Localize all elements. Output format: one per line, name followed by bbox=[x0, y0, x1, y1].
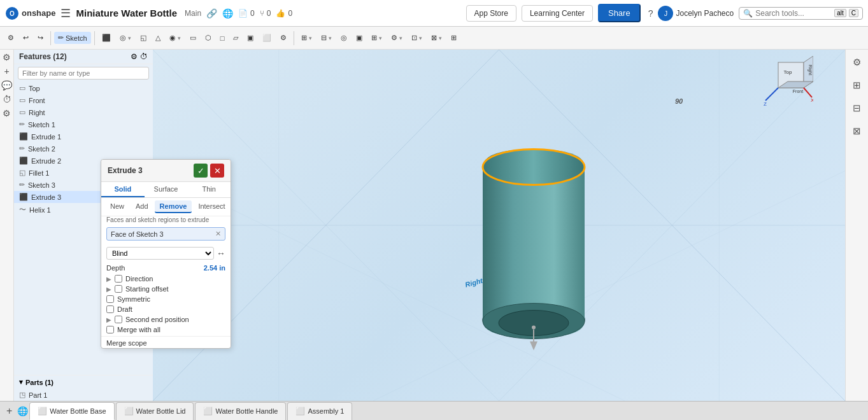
user-dropdown[interactable]: J Jocelyn Pacheco bbox=[658, 6, 734, 21]
viewport[interactable]: Right 90 bbox=[153, 50, 845, 401]
second-end-row[interactable]: ▶ Second end position bbox=[101, 314, 231, 325]
tb-view-8[interactable]: ⊠ ▾ bbox=[427, 32, 446, 44]
hamburger-menu[interactable]: ☰ bbox=[60, 6, 71, 20]
rt-icon-3[interactable]: ⊟ bbox=[848, 99, 866, 117]
feature-item-right[interactable]: ▭ Right bbox=[14, 106, 153, 118]
undo-button[interactable]: ↩ bbox=[19, 32, 32, 44]
extrude-tab-thin[interactable]: Thin bbox=[187, 182, 231, 197]
extrude-tab-solid[interactable]: Solid bbox=[101, 182, 145, 197]
svg-point-13 bbox=[483, 150, 585, 185]
second-end-checkbox[interactable] bbox=[115, 316, 122, 323]
main-area: Right 90 bbox=[153, 50, 868, 401]
starting-offset-checkbox[interactable] bbox=[115, 285, 122, 293]
tb-tool-1[interactable]: ⬛ bbox=[98, 32, 115, 44]
merge-all-row[interactable]: Merge with all bbox=[101, 325, 231, 335]
tb-tool-3[interactable]: ◱ bbox=[136, 32, 150, 44]
share-button[interactable]: Share bbox=[598, 4, 641, 22]
second-end-label: Second end position bbox=[125, 316, 189, 323]
tab-assembly-1[interactable]: ⬜ Assembly 1 bbox=[287, 402, 352, 420]
tab-water-bottle-base[interactable]: ⬜ Water Bottle Base bbox=[29, 402, 114, 420]
direction-row[interactable]: ▶ Direction bbox=[101, 274, 231, 284]
rt-icon-2[interactable]: ⊞ bbox=[848, 76, 866, 94]
feature-filter-input[interactable] bbox=[18, 67, 149, 80]
sidebar-tool-comment[interactable]: 💬 bbox=[1, 80, 12, 90]
search-box[interactable]: 🔍 alt C bbox=[739, 7, 863, 20]
search-input[interactable] bbox=[755, 9, 832, 18]
tab-icon-base: ⬜ bbox=[38, 407, 47, 416]
extrude-subtab-intersect[interactable]: Intersect bbox=[193, 200, 230, 213]
tb-tool-12[interactable]: ⚙ bbox=[276, 32, 290, 44]
tb-view-5[interactable]: ⊞ ▾ bbox=[367, 32, 386, 44]
sidebar-tool-clock[interactable]: ⏱ bbox=[3, 94, 11, 104]
tb-tool-5[interactable]: ◉ ▾ bbox=[166, 32, 185, 44]
sidebar-tools: ⚙ + 💬 ⏱ ⚙ bbox=[0, 50, 14, 401]
flip-direction-button[interactable]: ↔ bbox=[217, 248, 225, 258]
feature-item-sketch1[interactable]: ✏ Sketch 1 bbox=[14, 118, 153, 130]
tb-view-1[interactable]: ⊞ ▾ bbox=[297, 32, 316, 44]
tb-tool-6[interactable]: ▭ bbox=[186, 32, 200, 44]
extrude-cancel-button[interactable]: ✕ bbox=[210, 164, 224, 178]
feature-filter-icon[interactable]: ⚙ bbox=[131, 52, 138, 61]
logo[interactable]: O onshape bbox=[5, 6, 55, 20]
tab-water-bottle-handle[interactable]: ⬜ Water Bottle Handle bbox=[195, 402, 286, 420]
sidebar-tool-plus[interactable]: + bbox=[4, 66, 9, 76]
draft-checkbox[interactable] bbox=[106, 305, 114, 313]
extrude-tab-surface[interactable]: Surface bbox=[145, 182, 188, 197]
symmetric-row[interactable]: Symmetric bbox=[101, 294, 231, 304]
feature-item-sketch2[interactable]: ✏ Sketch 2 bbox=[14, 143, 153, 155]
extrude-subtab-new[interactable]: New bbox=[105, 200, 129, 213]
merge-all-checkbox[interactable] bbox=[106, 326, 114, 333]
sketch-button[interactable]: ✏ Sketch bbox=[54, 32, 91, 44]
tb-view-7[interactable]: ⊡ ▾ bbox=[408, 32, 426, 44]
link-icon[interactable]: 🔗 bbox=[206, 8, 217, 18]
tb-tool-2[interactable]: ◎ ▾ bbox=[116, 32, 135, 44]
tb-view-2[interactable]: ⊟ ▾ bbox=[317, 32, 336, 44]
tb-view-3[interactable]: ◎ bbox=[337, 32, 351, 44]
rt-icon-1[interactable]: ⚙ bbox=[848, 53, 866, 71]
tb-tool-4[interactable]: △ bbox=[152, 32, 164, 44]
tb-tool-8[interactable]: □ bbox=[217, 32, 229, 44]
bottom-tabs: + 🌐 ⬜ Water Bottle Base ⬜ Water Bottle L… bbox=[0, 401, 868, 420]
tb-view-6[interactable]: ⚙ ▾ bbox=[387, 32, 406, 44]
extrude-subtab-add[interactable]: Add bbox=[131, 200, 153, 213]
toolbar-settings[interactable]: ⚙ bbox=[4, 32, 18, 44]
learning-center-button[interactable]: Learning Center bbox=[522, 5, 593, 22]
depth-value[interactable]: 2.54 in bbox=[204, 264, 225, 272]
feature-item-front[interactable]: ▭ Front bbox=[14, 94, 153, 106]
help-icon[interactable]: ? bbox=[648, 8, 653, 18]
tb-tool-9[interactable]: ▱ bbox=[229, 32, 242, 44]
tab-icon-assembly: ⬜ bbox=[295, 407, 305, 416]
redo-button[interactable]: ↪ bbox=[34, 32, 47, 44]
orientation-cube[interactable]: Top Right Front Z X bbox=[762, 56, 813, 107]
face-clear-icon[interactable]: ✕ bbox=[215, 230, 221, 238]
tb-tool-10[interactable]: ▣ bbox=[243, 32, 257, 44]
direction-checkbox[interactable] bbox=[115, 275, 122, 283]
tab-water-bottle-lid[interactable]: ⬜ Water Bottle Lid bbox=[116, 402, 194, 420]
user-avatar: J bbox=[658, 6, 673, 21]
tb-tool-7[interactable]: ⬡ bbox=[201, 32, 215, 44]
parts-header[interactable]: ▾ Parts (1) bbox=[14, 375, 153, 389]
feature-item-top[interactable]: ▭ Top bbox=[14, 82, 153, 94]
logo-text: onshape bbox=[22, 8, 55, 18]
feature-item-extrude1[interactable]: ⬛ Extrude 1 bbox=[14, 130, 153, 143]
symmetric-checkbox[interactable] bbox=[106, 295, 114, 303]
merge-scope-row[interactable]: Merge scope bbox=[101, 336, 231, 348]
extrude-method-select[interactable]: Blind Symmetric Through All bbox=[106, 247, 214, 260]
rt-icon-4[interactable]: ⊠ bbox=[848, 122, 866, 140]
svg-text:Top: Top bbox=[784, 69, 792, 75]
tb-view-9[interactable]: ⊞ bbox=[447, 32, 460, 44]
face-selector[interactable]: Face of Sketch 3 ✕ bbox=[106, 227, 225, 241]
extrude-subtab-remove[interactable]: Remove bbox=[155, 200, 192, 213]
sidebar-tool-features[interactable]: ⚙ bbox=[3, 52, 11, 62]
add-tab-button[interactable]: + bbox=[3, 405, 16, 417]
starting-offset-row[interactable]: ▶ Starting offset bbox=[101, 284, 231, 294]
tb-view-4[interactable]: ▣ bbox=[352, 32, 366, 44]
extrude-confirm-button[interactable]: ✓ bbox=[194, 164, 208, 178]
app-store-button[interactable]: App Store bbox=[466, 5, 516, 22]
feature-clock-icon[interactable]: ⏱ bbox=[140, 52, 148, 61]
tb-tool-11[interactable]: ⬜ bbox=[259, 32, 275, 44]
draft-row[interactable]: Draft bbox=[101, 304, 231, 314]
sidebar-tool-settings[interactable]: ⚙ bbox=[3, 108, 11, 118]
extrude-icon-1: ⬛ bbox=[19, 132, 28, 141]
part-item-1[interactable]: ◳ Part 1 bbox=[14, 389, 153, 401]
